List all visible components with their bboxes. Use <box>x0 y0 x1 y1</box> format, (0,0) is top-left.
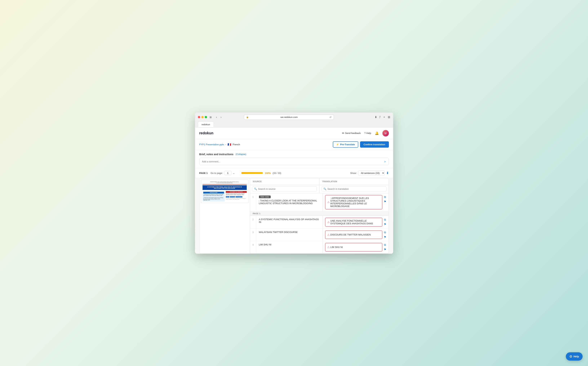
source-cell[interactable]: LIM SHU NI <box>256 241 323 253</box>
progress-bar-fill <box>241 172 263 174</box>
slide-dept: DEPARTMENT OF LANGUAGES AND LINGUISTICS … <box>203 181 247 184</box>
address-bar[interactable]: 🔒 we.redokun.com ↺ <box>244 115 334 120</box>
slide-right-col: STATEMENT OF PROBLEM Hashtags should be … <box>226 191 247 202</box>
source-column-header: SOURCE <box>250 178 320 185</box>
browser-nav: ‹ › <box>215 115 223 119</box>
breadcrumb-language: French <box>233 143 240 146</box>
table-row: 1 Slide notes : TAKING A CLOSER LOOK AT … <box>250 193 389 211</box>
translation-input[interactable]: ⚠ UNE ANALYSE FONCTIONNELLE SYSTEMIQUE D… <box>325 218 382 227</box>
language-flag: 🇫🇷 <box>227 143 231 146</box>
help-fab-button[interactable]: ⊙ Help <box>566 352 583 361</box>
source-cell[interactable]: MALAYSIAN TWITTER DISCOURSE <box>256 229 323 241</box>
help-fab-icon: ⊙ <box>569 354 572 358</box>
show-select[interactable]: All sentences (33) <box>358 170 385 176</box>
close-button[interactable] <box>198 116 200 118</box>
table-row: 3 MALAYSIAN TWITTER DISCOURSE ⚠ DISCOURS… <box>250 229 389 241</box>
row-number: 3 <box>250 229 256 241</box>
source-search-input[interactable] <box>258 188 315 190</box>
traffic-lights <box>198 116 207 118</box>
bolt-icon: ⚡ <box>336 143 339 146</box>
source-text: MALAYSIAN TWITTER DISCOURSE <box>259 231 320 234</box>
comment-input-wrap: ➤ <box>199 158 389 165</box>
translation-text: UNE ANALYSE FONCTIONNELLE SYSTEMIQUE DES… <box>330 220 380 225</box>
download-icon[interactable]: ⬇ <box>386 171 389 175</box>
browser-chrome: ⊞ ‹ › 🔒 we.redokun.com ↺ ⬇ ⤴ ＋ ⊞ redokun <box>195 113 393 128</box>
lock-icon: 🔒 <box>246 116 249 118</box>
warning-icon: ⚠ <box>327 221 329 224</box>
copy-button[interactable]: ⧉ <box>384 195 386 199</box>
cell-actions: ⧉ ⚑ <box>384 230 386 239</box>
maximize-button[interactable] <box>205 116 207 118</box>
slide-inner: DEPARTMENT OF LANGUAGES AND LINGUISTICS … <box>201 180 248 203</box>
downloads-icon[interactable]: ⬇ <box>375 115 377 119</box>
flag-button[interactable]: ⚑ <box>384 235 386 239</box>
translation-search-input[interactable] <box>327 188 384 190</box>
page-label: PAGE 1 <box>199 172 208 175</box>
page-controls: PAGE 1 Go to page: ⌄ 100% (33 / 33) Show… <box>195 168 393 178</box>
source-cell[interactable]: Slide notes : TAKING A CLOSER LOOK AT TH… <box>256 193 323 211</box>
minimize-button[interactable] <box>201 116 204 118</box>
cell-actions: ⧉ ⚑ <box>384 243 386 252</box>
page-number-input[interactable] <box>224 171 231 175</box>
row-number: 1 <box>250 193 256 211</box>
translation-input[interactable]: ⚠ : APPROFONDISSEMENT SUR LES STRUCTURES… <box>325 195 382 209</box>
user-avatar[interactable]: U <box>382 130 389 137</box>
goto-label: Go to page: <box>211 172 223 175</box>
send-feedback-button[interactable]: ✉ Send feedback <box>342 132 361 135</box>
search-source-icon: 🔍 <box>254 188 257 190</box>
breadcrumb-separator: › <box>225 143 226 146</box>
share-icon[interactable]: ⤴ <box>379 115 381 119</box>
preview-panel: DEPARTMENT OF LANGUAGES AND LINGUISTICS … <box>199 178 250 253</box>
help-button[interactable]: ? Help <box>364 132 371 135</box>
question-icon: ? <box>364 132 366 135</box>
chevron-down-icon[interactable]: ⌄ <box>233 172 235 175</box>
sentences-panel: SOURCE TRANSLATION 🔍 🔍 <box>250 178 389 253</box>
brief-header: Brief, notes and instructions (Collapse) <box>199 153 389 156</box>
translation-cell: ⚠ DISCOURS DE TWITTER MALAISIEN ⧉ ⚑ <box>323 229 389 241</box>
copy-button[interactable]: ⧉ <box>384 243 386 247</box>
translation-input[interactable]: ⚠ DISCOURS DE TWITTER MALAISIEN <box>325 230 382 239</box>
warning-icon: ⚠ <box>327 245 329 249</box>
notification-button[interactable]: 🔔 <box>375 131 379 135</box>
forward-button[interactable]: › <box>220 115 223 119</box>
flag-button[interactable]: ⚑ <box>384 222 386 226</box>
confirm-translation-button[interactable]: Confirm translation <box>360 141 389 148</box>
translation-column-header: TRANSLATION <box>319 178 389 185</box>
flag-button[interactable]: ⚑ <box>384 200 386 204</box>
copy-button[interactable]: ⧉ <box>384 230 386 234</box>
progress-section: 100% (33 / 33) <box>241 172 281 175</box>
source-cell[interactable]: A SYSTEMIC FUNCTIONAL ANALYSIS OF #HASHT… <box>256 216 323 229</box>
collapse-button[interactable]: (Collapse) <box>235 153 246 156</box>
source-search-col: 🔍 <box>250 185 320 193</box>
breadcrumb: FYP1 Presentation.pptx › 🇫🇷 French <box>199 143 240 146</box>
new-tab-icon[interactable]: ＋ <box>383 115 386 119</box>
table-row: 4 LIM SHU NI ⚠ LIM SHU NI ⧉ <box>250 241 389 253</box>
app-logo: redokun <box>199 131 213 135</box>
active-tab[interactable]: redokun <box>198 122 214 127</box>
sidebar-toggle-icon[interactable]: ⊞ <box>210 116 212 119</box>
grid-icon[interactable]: ⊞ <box>388 115 390 119</box>
source-text: : TAKING A CLOSER LOOK AT THE INTERPERSO… <box>259 199 320 205</box>
progress-bar <box>241 172 263 174</box>
help-fab-label: Help <box>573 355 579 358</box>
send-icon[interactable]: ➤ <box>384 160 386 163</box>
breadcrumb-file[interactable]: FYP1 Presentation.pptx <box>199 143 224 146</box>
progress-percentage: 100% <box>265 172 271 175</box>
source-text: A SYSTEMIC FUNCTIONAL ANALYSIS OF #HASHT… <box>259 218 320 223</box>
show-section: Show: All sentences (33) ⬇ <box>350 170 389 176</box>
main-content: PAGE 1 Go to page: ⌄ 100% (33 / 33) Show… <box>195 168 393 254</box>
translation-input[interactable]: ⚠ LIM SHU NI <box>325 243 382 252</box>
pretranslate-button[interactable]: ⚡ Pre-Translate <box>333 141 358 148</box>
flag-button[interactable]: ⚑ <box>384 248 386 252</box>
translation-cell: ⚠ : APPROFONDISSEMENT SUR LES STRUCTURES… <box>323 193 389 211</box>
copy-button[interactable]: ⧉ <box>384 218 386 222</box>
back-button[interactable]: ‹ <box>215 115 218 119</box>
comment-input[interactable] <box>202 160 384 163</box>
warning-icon: ⚠ <box>327 233 329 236</box>
search-translation-icon: 🔍 <box>323 188 326 190</box>
reload-icon[interactable]: ↺ <box>329 116 332 119</box>
slide-intro-col: INTRODUCTION ☐ #Hashtags were introduced… <box>203 191 225 202</box>
translation-search-wrap: 🔍 <box>321 186 386 191</box>
goto-page: Go to page: ⌄ <box>211 171 235 175</box>
header-actions: ✉ Send feedback ? Help 🔔 U <box>342 130 389 137</box>
